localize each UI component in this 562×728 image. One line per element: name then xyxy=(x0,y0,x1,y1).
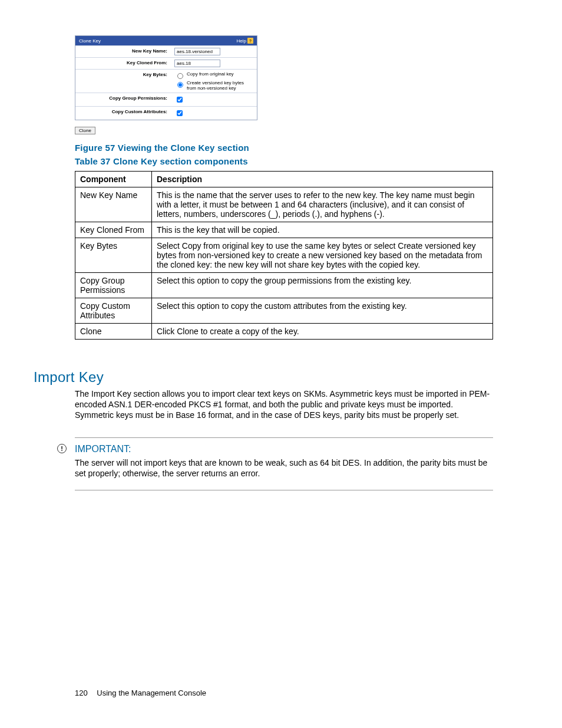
table-row: Key Cloned From This is the key that wil… xyxy=(75,222,493,238)
important-note: ! IMPORTANT: The server will not import … xyxy=(75,437,493,490)
help-link[interactable]: Help ? xyxy=(237,38,253,44)
section-body: The Import Key section allows you to imp… xyxy=(75,389,493,421)
key-bytes-option-versioned[interactable]: Create versioned key bytes from non-vers… xyxy=(174,80,253,91)
clone-key-panel: Clone Key Help ? New Key Name: Key Clone… xyxy=(75,35,257,120)
key-cloned-from-input[interactable] xyxy=(174,60,220,67)
copy-custom-attributes-checkbox[interactable] xyxy=(177,110,183,116)
table-row: Copy Custom Attributes Select this optio… xyxy=(75,298,493,324)
figure-caption: Figure 57 Viewing the Clone Key section xyxy=(75,143,493,153)
important-icon: ! xyxy=(57,444,67,453)
clone-button[interactable]: Clone xyxy=(75,127,95,134)
panel-title: Clone Key xyxy=(79,38,101,44)
field-label: New Key Name: xyxy=(75,46,171,57)
radio-copy-original[interactable] xyxy=(177,73,183,79)
section-heading-import-key: Import Key xyxy=(34,369,493,386)
new-key-name-input[interactable] xyxy=(174,48,220,55)
important-label: IMPORTANT: xyxy=(75,444,493,454)
field-label: Copy Custom Attributes: xyxy=(75,107,171,120)
page-number: 120 xyxy=(75,689,88,697)
table-row: Clone Click Clone to create a copy of th… xyxy=(75,324,493,340)
table-header-component: Component xyxy=(75,172,152,187)
help-icon: ? xyxy=(247,38,253,44)
radio-create-versioned[interactable] xyxy=(177,82,183,88)
table-header-description: Description xyxy=(152,172,493,187)
table-row: New Key Name This is the name that the s… xyxy=(75,187,493,222)
page-footer: 120 Using the Management Console xyxy=(75,689,206,697)
key-bytes-option-copy[interactable]: Copy from original key xyxy=(174,71,253,79)
copy-group-permissions-checkbox[interactable] xyxy=(177,97,183,103)
table-caption: Table 37 Clone Key section components xyxy=(75,156,493,166)
table-row: Copy Group Permissions Select this optio… xyxy=(75,273,493,298)
components-table: Component Description New Key Name This … xyxy=(75,171,493,340)
field-label: Copy Group Permissions: xyxy=(75,93,171,106)
field-label: Key Cloned From: xyxy=(75,58,171,69)
table-row: Key Bytes Select Copy from original key … xyxy=(75,238,493,273)
footer-title: Using the Management Console xyxy=(97,689,206,697)
panel-header: Clone Key Help ? xyxy=(75,36,257,45)
important-text: The server will not import keys that are… xyxy=(75,458,493,479)
field-label: Key Bytes: xyxy=(75,70,171,93)
